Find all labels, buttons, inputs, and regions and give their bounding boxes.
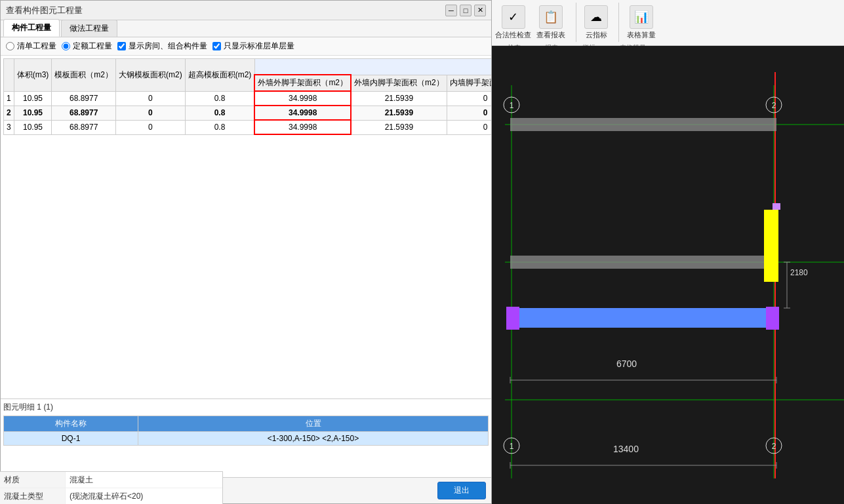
svg-rect-13	[766, 307, 779, 330]
radio-quota[interactable]	[62, 42, 70, 50]
radio-group-2: 定额工程量	[62, 41, 112, 52]
prop-key-concrete-type: 混凝土类型	[0, 488, 66, 504]
title-bar: 查看构件图元工程量 ─ □ ✕	[1, 1, 491, 20]
dialog-title: 查看构件图元工程量	[6, 5, 83, 16]
table-cell-2-2: 0	[116, 120, 186, 134]
table-cell-1-3: 0.8	[185, 106, 254, 120]
svg-text:2180: 2180	[790, 268, 808, 277]
col-header-outerwall-scaffold: 外墙外脚手架面积（m2）	[254, 75, 351, 91]
main-dialog: 查看构件图元工程量 ─ □ ✕ 构件工程量 做法工程量 清单工程量 定额工程量 …	[0, 0, 492, 504]
table-cell-0-0: 10.95	[14, 91, 52, 106]
radio-group-1: 清单工程量	[6, 41, 56, 52]
minimize-btn[interactable]: ─	[445, 5, 457, 16]
svg-rect-11	[773, 203, 780, 210]
svg-text:13400: 13400	[613, 444, 639, 454]
table-cell-idx-1: 2	[4, 106, 14, 120]
col-header-main: 工程里名称	[254, 59, 491, 75]
col-header-overhigh: 超高模板面积(m2)	[185, 59, 254, 92]
cad-canvas: 1 2 1 2 2180 6700 13400	[492, 46, 844, 504]
svg-text:1: 1	[510, 101, 514, 110]
checkbox-group-1: 显示房间、组合构件量	[117, 41, 207, 52]
prop-val-material: 混凝土	[66, 472, 97, 488]
view-report-btn[interactable]: 📋 查看报表	[536, 5, 565, 40]
table-cell-1-6: 0	[447, 106, 491, 120]
table-cell-0-3: 0.8	[185, 91, 254, 106]
radio-checklist[interactable]	[6, 42, 14, 50]
cad-view: 1 2 1 2 2180 6700 13400	[492, 46, 844, 504]
detail-col-position: 位置	[138, 416, 489, 432]
table-cell-0-5: 21.5939	[351, 91, 447, 106]
svg-rect-10	[764, 210, 778, 282]
checkbox-show-rooms-label: 显示房间、组合构件量	[129, 41, 207, 52]
top-toolbar: ✓ 合法性检查 📋 查看报表 ☁ 云指标 📊 表格算量	[490, 0, 844, 46]
table-calc-btn[interactable]: 📊 表格算量	[627, 5, 656, 40]
table-cell-2-4: 34.9998	[254, 120, 351, 134]
tab-method[interactable]: 做法工程量	[61, 20, 117, 37]
table-cell-0-2: 0	[116, 91, 186, 106]
table-cell-2-3: 0.8	[185, 120, 254, 134]
radio-quota-label: 定额工程量	[73, 41, 112, 52]
prop-row-concrete-type: 混凝土类型 (现浇混凝土碎石<20)	[0, 488, 222, 504]
legality-check-icon: ✓	[502, 5, 525, 29]
table-cell-idx-2: 3	[4, 120, 14, 134]
checkbox-show-rooms[interactable]	[117, 42, 126, 50]
detail-table: 构件名称 位置 DQ-1<1-300,A-150> <2,A-150>	[3, 416, 489, 446]
checkbox-show-standard-label: 只显示标准层单层量	[224, 41, 294, 52]
table-cell-1-0: 10.95	[14, 106, 52, 120]
tab-component[interactable]: 构件工程量	[3, 19, 60, 37]
quantity-table: 体积(m3) 模板面积（m2） 大钢模板面积(m2) 超高模板面积(m2) 工程…	[3, 58, 491, 135]
svg-rect-7	[510, 118, 776, 131]
svg-text:1: 1	[510, 442, 514, 451]
table-cell-idx-0: 1	[4, 91, 14, 106]
legality-check-btn[interactable]: ✓ 合法性检查	[495, 5, 531, 40]
table-cell-0-4: 34.9998	[254, 91, 351, 106]
window-controls: ─ □ ✕	[445, 5, 486, 16]
cloud-icon: ☁	[584, 5, 608, 29]
col-header-volume: 体积(m3)	[14, 59, 52, 92]
svg-rect-9	[510, 308, 776, 328]
tab-bar: 构件工程量 做法工程量	[1, 20, 491, 37]
svg-rect-12	[506, 307, 519, 330]
prop-val-concrete-type: (现浇混凝土碎石<20)	[66, 488, 147, 504]
col-header-steel: 大钢模板面积(m2)	[116, 59, 186, 92]
svg-text:6700: 6700	[616, 359, 637, 369]
table-cell-0-1: 68.8977	[52, 91, 116, 106]
svg-text:2: 2	[772, 101, 776, 110]
cloud-index-btn[interactable]: ☁ 云指标	[584, 5, 608, 40]
col-header-formwork: 模板面积（m2）	[52, 59, 116, 92]
property-panel: 材质 混凝土 混凝土类型 (现浇混凝土碎石<20)	[0, 471, 223, 504]
maximize-btn[interactable]: □	[460, 5, 472, 16]
col-header-idx	[4, 59, 14, 92]
detail-cell-position-0: <1-300,A-150> <2,A-150>	[138, 432, 489, 446]
svg-rect-8	[510, 256, 776, 269]
svg-text:2: 2	[772, 442, 776, 451]
col-header-innerwall-scaffold: 外墙内脚手架面积（m2）	[351, 75, 447, 91]
table-cell-1-5: 21.5939	[351, 106, 447, 120]
close-btn[interactable]: ✕	[474, 5, 486, 16]
table-cell-1-1: 68.8977	[52, 106, 116, 120]
prop-row-material: 材质 混凝土	[0, 472, 222, 488]
table-cell-1-4: 34.9998	[254, 106, 351, 120]
table-cell-2-5: 21.5939	[351, 120, 447, 134]
detail-cell-component-0: DQ-1	[4, 432, 138, 446]
detail-area: 图元明细 1 (1) 构件名称 位置 DQ-1<1-300,A-150> <2,…	[1, 398, 491, 477]
table-cell-0-6: 0	[447, 91, 491, 106]
col-header-interior-scaffold: 内墙脚手架面积(m2)	[447, 75, 491, 91]
table-cell-2-0: 10.95	[14, 120, 52, 134]
exit-btn[interactable]: 退出	[437, 482, 486, 499]
options-bar: 清单工程量 定额工程量 显示房间、组合构件量 只显示标准层单层量	[1, 37, 491, 56]
report-icon: 📋	[539, 5, 563, 29]
table-cell-1-2: 0	[116, 106, 186, 120]
cad-svg: 1 2 1 2 2180 6700 13400	[492, 46, 844, 504]
data-table-container: 体积(m3) 模板面积（m2） 大钢模板面积(m2) 超高模板面积(m2) 工程…	[1, 56, 491, 398]
prop-key-material: 材质	[0, 472, 66, 488]
radio-checklist-label: 清单工程量	[17, 41, 56, 52]
table-cell-2-1: 68.8977	[52, 120, 116, 134]
table-cell-2-6: 0	[447, 120, 491, 134]
table-icon: 📊	[630, 5, 653, 29]
detail-title: 图元明细 1 (1)	[3, 402, 489, 413]
checkbox-show-standard[interactable]	[212, 42, 221, 50]
checkbox-group-2: 只显示标准层单层量	[212, 41, 294, 52]
detail-col-component: 构件名称	[4, 416, 138, 432]
